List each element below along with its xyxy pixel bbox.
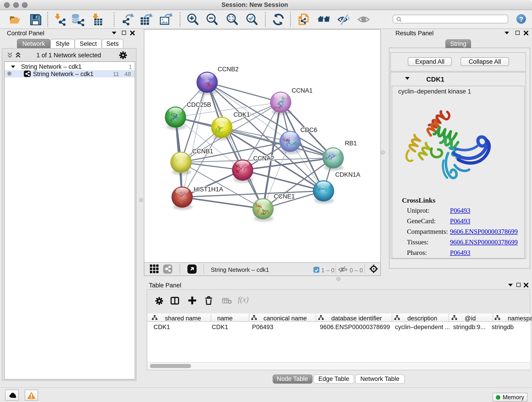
svg-text:CCNA1: CCNA1 xyxy=(292,87,313,94)
svg-text:RB1: RB1 xyxy=(345,140,357,147)
svg-text:CCNA2: CCNA2 xyxy=(253,155,274,162)
svg-text:CCNB1: CCNB1 xyxy=(192,148,213,154)
svg-text:CDC25B: CDC25B xyxy=(187,101,211,108)
svg-text:CCNB2: CCNB2 xyxy=(218,65,239,72)
svg-text:CDKN1A: CDKN1A xyxy=(335,171,360,178)
svg-text:HIST1H1A: HIST1H1A xyxy=(194,186,223,192)
svg-text:CDK1: CDK1 xyxy=(234,111,250,118)
svg-text:CCNE1: CCNE1 xyxy=(274,193,295,200)
svg-text:CDC6: CDC6 xyxy=(300,126,317,133)
